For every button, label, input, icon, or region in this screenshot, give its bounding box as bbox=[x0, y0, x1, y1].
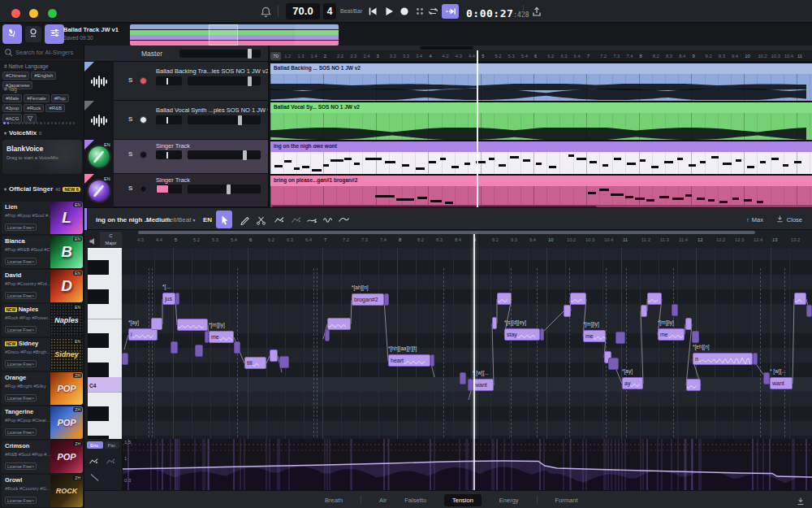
pencil-tool[interactable] bbox=[236, 211, 253, 228]
singer-card-bianca[interactable]: Bianca#Pop #R&B #Soul #C...License Free>… bbox=[2, 236, 83, 268]
vibrato-tool[interactable] bbox=[320, 211, 336, 228]
volume-slider[interactable] bbox=[188, 76, 261, 85]
note[interactable] bbox=[460, 372, 466, 384]
piano-roll[interactable]: C Major 4.34.455.25.35.466.26.36.477.27.… bbox=[84, 230, 812, 439]
follow-playhead-button[interactable] bbox=[442, 4, 459, 19]
piano-key[interactable] bbox=[88, 304, 122, 319]
note[interactable]: ay bbox=[622, 377, 643, 389]
pan-control[interactable] bbox=[156, 150, 182, 159]
note[interactable] bbox=[615, 332, 625, 344]
license-chip[interactable]: License Free> bbox=[5, 360, 37, 367]
param-curve-tab-air[interactable]: Air bbox=[379, 497, 387, 504]
note[interactable]: me bbox=[583, 330, 606, 342]
pitch-draw-tool[interactable] bbox=[271, 211, 287, 228]
volume-handle[interactable] bbox=[248, 76, 252, 86]
master-volume-handle[interactable] bbox=[248, 49, 252, 59]
note[interactable]: n bbox=[693, 353, 753, 365]
note[interactable]: me bbox=[658, 328, 685, 341]
tempo-display[interactable]: 70.0 bbox=[286, 3, 320, 20]
pagination-dot[interactable] bbox=[7, 122, 10, 124]
piano-key[interactable] bbox=[88, 289, 122, 304]
param-line-icon[interactable] bbox=[89, 471, 100, 486]
pagination-dot[interactable] bbox=[66, 122, 68, 124]
note[interactable] bbox=[384, 293, 389, 306]
language-filter-chip[interactable]: #English bbox=[31, 72, 56, 80]
note[interactable] bbox=[497, 293, 512, 305]
note[interactable] bbox=[122, 353, 128, 365]
pagination-dot[interactable] bbox=[37, 122, 39, 124]
note[interactable] bbox=[540, 328, 544, 341]
param-tab-par[interactable]: Par. bbox=[105, 441, 120, 449]
piano-key-black[interactable] bbox=[88, 260, 109, 275]
editor-playhead[interactable] bbox=[473, 234, 475, 439]
param-pen-icon[interactable] bbox=[89, 455, 99, 470]
note[interactable] bbox=[177, 319, 208, 331]
pagination-dot[interactable] bbox=[73, 122, 76, 124]
parameter-panel[interactable]: Env.Par. 1.510.3 bbox=[84, 439, 812, 490]
pagination-dot[interactable] bbox=[15, 122, 17, 124]
official-singer-section-header[interactable]: ▾Official Singer40NEW 6 bbox=[4, 185, 84, 193]
master-volume-slider[interactable] bbox=[179, 50, 261, 58]
license-chip[interactable]: License Free> bbox=[5, 292, 37, 299]
collapse-panel-icon[interactable] bbox=[796, 495, 806, 508]
param-curve-tab-energy[interactable]: Energy bbox=[499, 497, 519, 504]
note[interactable] bbox=[151, 318, 162, 330]
note[interactable] bbox=[686, 379, 701, 391]
note[interactable] bbox=[564, 305, 571, 317]
piano-key[interactable] bbox=[88, 248, 122, 260]
piano-key[interactable] bbox=[88, 406, 122, 421]
note[interactable] bbox=[608, 358, 619, 370]
beats-per-bar-display[interactable]: 4 bbox=[323, 3, 336, 20]
pagination-dot[interactable] bbox=[32, 122, 35, 124]
param-pen2-icon[interactable] bbox=[106, 455, 116, 470]
piano-key[interactable] bbox=[88, 363, 122, 377]
tag-filter-chip[interactable]: #Rock bbox=[24, 104, 44, 112]
track-row-4[interactable]: ENSinger TrackS bbox=[84, 174, 270, 207]
clip-green[interactable]: Ballad Vocal Sy... SOS NO 1 JW v2 bbox=[270, 101, 812, 140]
window-zoom-button[interactable] bbox=[48, 9, 57, 18]
notification-bell-icon[interactable] bbox=[260, 6, 273, 19]
pagination-dot[interactable] bbox=[44, 122, 46, 124]
smooth-tool[interactable] bbox=[335, 211, 352, 228]
arrangement-area[interactable]: 701.21.31.422.22.32.433.23.33.444.24.34.… bbox=[270, 46, 812, 207]
volume-handle[interactable] bbox=[227, 185, 231, 194]
param-curve-tab-formant[interactable]: Formant bbox=[555, 497, 578, 504]
license-chip[interactable]: License Free> bbox=[5, 462, 37, 470]
pan-control[interactable] bbox=[156, 115, 182, 124]
window-close-button[interactable] bbox=[11, 9, 20, 18]
note[interactable] bbox=[327, 318, 351, 330]
note[interactable] bbox=[641, 305, 647, 317]
pagination-dot[interactable] bbox=[62, 122, 64, 124]
param-curve-tab-tension[interactable]: Tension bbox=[444, 494, 482, 506]
note[interactable]: stay bbox=[504, 328, 540, 341]
tag-filter-chip[interactable]: #R&B bbox=[45, 104, 65, 112]
pan-control[interactable] bbox=[156, 185, 182, 193]
arrangement-ruler[interactable]: 701.21.31.422.22.32.433.23.33.444.24.34.… bbox=[270, 50, 812, 62]
pagination-dot[interactable] bbox=[51, 122, 54, 124]
note[interactable]: heart bbox=[388, 354, 430, 367]
note[interactable] bbox=[234, 341, 240, 354]
language-filter-chip[interactable]: #Chinese bbox=[2, 72, 29, 80]
piano-key[interactable] bbox=[88, 333, 122, 348]
piano-key[interactable] bbox=[88, 392, 122, 406]
singer-card-growl[interactable]: Growl#Rock #Country #G...License Free>RO… bbox=[2, 475, 83, 507]
tag-filter-chip[interactable]: #Female bbox=[24, 94, 49, 102]
mixer-tool-button[interactable] bbox=[45, 24, 64, 44]
key-signature-box[interactable]: C Major bbox=[100, 232, 122, 247]
pagination-dot[interactable] bbox=[54, 122, 57, 124]
pitch-erase-tool[interactable] bbox=[288, 211, 304, 228]
monitor-tool-button[interactable] bbox=[25, 26, 41, 42]
pagination-dot[interactable] bbox=[29, 122, 32, 124]
solo-button[interactable]: S bbox=[128, 150, 135, 158]
note[interactable] bbox=[195, 345, 203, 357]
note[interactable] bbox=[430, 354, 434, 367]
note[interactable]: i bbox=[128, 328, 158, 341]
license-chip[interactable]: License Free> bbox=[5, 326, 37, 333]
singer-pagination-dots[interactable] bbox=[3, 122, 81, 124]
note[interactable]: want bbox=[770, 377, 793, 389]
note[interactable] bbox=[171, 341, 178, 354]
clip-pink[interactable]: bring on please...gan#1 brogan#2 bbox=[270, 174, 812, 207]
mute-dot-button[interactable] bbox=[140, 77, 147, 85]
arrangement-playhead[interactable] bbox=[477, 50, 478, 207]
metronome-grid-button[interactable] bbox=[414, 6, 427, 19]
